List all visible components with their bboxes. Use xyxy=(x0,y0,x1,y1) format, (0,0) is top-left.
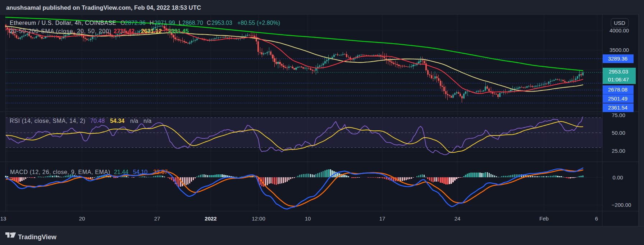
svg-text:anushsamal published on Tradin: anushsamal published on TradingView.com,… xyxy=(6,5,201,11)
svg-text:32.67: 32.67 xyxy=(153,169,168,175)
svg-text:TradingView: TradingView xyxy=(18,233,56,241)
svg-text:6: 6 xyxy=(595,215,598,222)
svg-text:2953.03: 2953.03 xyxy=(211,20,232,26)
svg-text:2868.70: 2868.70 xyxy=(182,20,203,26)
svg-text:50.00: 50.00 xyxy=(612,130,625,136)
svg-text:0.00: 0.00 xyxy=(612,174,623,181)
svg-text:01:06:47: 01:06:47 xyxy=(608,76,629,83)
svg-text:20-50-200-SMA (close, 20, 50,: 20-50-200-SMA (close, 20, 50, 200) xyxy=(10,28,111,34)
svg-text:2501.49: 2501.49 xyxy=(608,95,627,102)
svg-text:2631.12: 2631.12 xyxy=(141,28,162,34)
svg-text:n/a: n/a xyxy=(130,118,138,124)
svg-text:USD: USD xyxy=(614,20,625,26)
svg-text:25.00: 25.00 xyxy=(612,148,625,154)
svg-text:2991.45: 2991.45 xyxy=(168,28,189,34)
svg-text:2678.08: 2678.08 xyxy=(608,86,627,93)
svg-text:Feb: Feb xyxy=(539,215,549,222)
svg-text:2022: 2022 xyxy=(205,215,216,222)
svg-text:L: L xyxy=(179,20,182,26)
svg-text:17: 17 xyxy=(379,215,385,222)
svg-text:24: 24 xyxy=(455,215,461,222)
svg-text:4000.00: 4000.00 xyxy=(609,27,629,34)
svg-text:3500.00: 3500.00 xyxy=(609,47,629,53)
svg-text:13: 13 xyxy=(0,215,6,222)
svg-text:O: O xyxy=(120,20,125,26)
svg-text:54.34: 54.34 xyxy=(110,118,124,124)
svg-text:3289.36: 3289.36 xyxy=(608,55,627,62)
svg-text:20: 20 xyxy=(79,215,85,222)
svg-text:2872.36: 2872.36 xyxy=(125,20,146,26)
svg-text:2361.54: 2361.54 xyxy=(608,104,627,111)
svg-text:−200.00: −200.00 xyxy=(612,202,631,208)
svg-text:2971.99: 2971.99 xyxy=(154,20,175,26)
svg-text:2953.03: 2953.03 xyxy=(609,68,628,75)
svg-text:10: 10 xyxy=(305,215,311,222)
svg-text:75.00: 75.00 xyxy=(612,112,625,118)
svg-text:MACD (12, 26, close, 9, EMA, E: MACD (12, 26, close, 9, EMA, EMA) xyxy=(10,169,110,175)
svg-text:12:00: 12:00 xyxy=(252,215,265,222)
svg-text:C: C xyxy=(207,20,211,26)
svg-text:70.48: 70.48 xyxy=(90,118,105,124)
svg-text:+80.55 (+2.80%): +80.55 (+2.80%) xyxy=(237,20,280,26)
svg-text:21.44: 21.44 xyxy=(114,169,128,175)
svg-text:Ethereum / U.S. Dollar, 4h, CO: Ethereum / U.S. Dollar, 4h, COINBASE xyxy=(10,20,116,26)
svg-text:2735.42: 2735.42 xyxy=(114,28,134,34)
svg-text:RSI (14, close, SMA, 14, 2): RSI (14, close, SMA, 14, 2) xyxy=(10,118,85,124)
svg-text:27: 27 xyxy=(154,215,160,222)
svg-text:n/a: n/a xyxy=(143,118,151,124)
svg-text:H: H xyxy=(150,20,154,26)
svg-text:54.10: 54.10 xyxy=(133,169,147,175)
